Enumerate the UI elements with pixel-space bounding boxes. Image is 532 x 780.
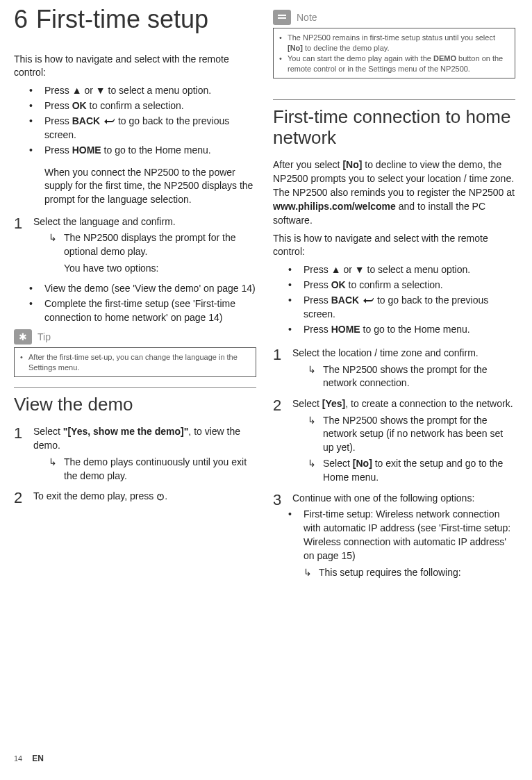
rnav-bullet-updown: Press ▲ or ▼ to select a menu option. [288,263,515,277]
section-first-time-connection: First-time connection to home network [273,99,515,149]
triangle-down-icon: ▼ [96,85,106,96]
tip-callout: ✱ Tip After the first-time set-up, you c… [14,329,256,378]
nav-bullet-ok: Press OK to confirm a selection. [29,99,256,113]
chapter-number: 6 [14,6,28,33]
note-item-1: The NP2500 remains in first-time setup s… [279,33,509,53]
section-view-the-demo: View the demo [14,387,256,415]
rnav-bullet-back: Press BACK to go back to the previous sc… [288,294,515,322]
view-demo-step-1-result: The demo plays continuously until you ex… [49,456,256,483]
note-lines-icon [273,10,291,25]
nav-bullet-updown: Press ▲ or ▼ to select a menu option. [29,84,256,98]
rnav-bullet-ok: Press OK to confirm a selection. [288,279,515,292]
intro-text: This is how to navigate and select with … [14,53,256,81]
triangle-up-icon: ▲ [331,264,341,275]
chapter-title: First-time setup [36,5,208,33]
right-step-1-result: The NP2500 shows the prompt for the netw… [308,363,515,390]
right-step-3-options: First-time setup: Wireless network conne… [273,508,515,579]
svg-rect-2 [159,493,162,495]
right-steps: Select the location / time zone and conf… [273,347,515,506]
left-steps: Select the language and confirm. The NP2… [14,215,256,276]
rnav-bullet-home: Press HOME to go to the Home menu. [288,323,515,337]
left-step-1-options-intro: You have two options: [64,262,256,276]
right-column: Note The NP2500 remains in first-time se… [273,6,515,584]
left-step-1: Select the language and confirm. The NP2… [14,215,256,276]
page-number: 14 [14,754,22,763]
right-step-3-option-1: First-time setup: Wireless network conne… [288,508,515,579]
back-arrow-icon [103,117,115,126]
triangle-up-icon: ▲ [72,85,82,96]
tip-label: Tip [38,331,51,342]
left-option-view-demo: View the demo (see 'View the demo' on pa… [29,282,256,296]
right-nav-bullet-list: Press ▲ or ▼ to select a menu option. Pr… [273,263,515,336]
right-step-2-result-1: The NP2500 shows the prompt for the netw… [308,414,515,455]
right-step-3-result: This setup requires the following: [304,566,515,580]
view-demo-step-2: To exit the demo play, press . [14,490,256,504]
left-column: 6First-time setup This is how to navigat… [14,6,256,584]
note-label: Note [297,12,317,23]
conn-intro-nav: This is how to navigate and select with … [273,232,515,260]
connect-paragraph: When you connect the NP2500 to the power… [44,166,256,207]
right-step-2: Select [Yes], to create a connection to … [273,397,515,485]
nav-bullet-back: Press BACK to go back to the previous sc… [29,115,256,142]
left-step-1-result: The NP2500 displays the prompt for the o… [49,231,256,258]
nav-bullet-list: Press ▲ or ▼ to select a menu option. Pr… [14,84,256,157]
right-step-1: Select the location / time zone and conf… [273,347,515,390]
left-options-list: View the demo (see 'View the demo' on pa… [14,282,256,325]
tip-text: After the first-time set-up, you can cha… [20,352,250,373]
nav-bullet-home: Press HOME to go to the Home menu. [29,144,256,158]
conn-para-1: After you select [No] to decline to view… [273,158,515,227]
note-item-2: You can start the demo play again with t… [279,53,509,74]
page-footer: 14 EN [14,754,44,763]
right-step-3: Continue with one of the following optio… [273,492,515,506]
view-demo-steps: Select "[Yes, show me the demo]", to vie… [14,425,256,504]
right-step-2-result-2: Select [No] to exit the setup and go to … [308,457,515,484]
back-arrow-icon [362,297,374,305]
page: 6First-time setup This is how to navigat… [0,0,532,584]
triangle-down-icon: ▼ [355,264,365,275]
asterisk-icon: ✱ [14,329,32,345]
view-demo-step-1: Select "[Yes, show me the demo]", to vie… [14,425,256,483]
power-icon [156,492,165,501]
note-callout: Note The NP2500 remains in first-time se… [273,10,515,78]
page-lang: EN [32,754,44,763]
left-option-complete-setup: Complete the first-time setup (see 'Firs… [29,297,256,325]
chapter-heading: 6First-time setup [14,6,256,33]
